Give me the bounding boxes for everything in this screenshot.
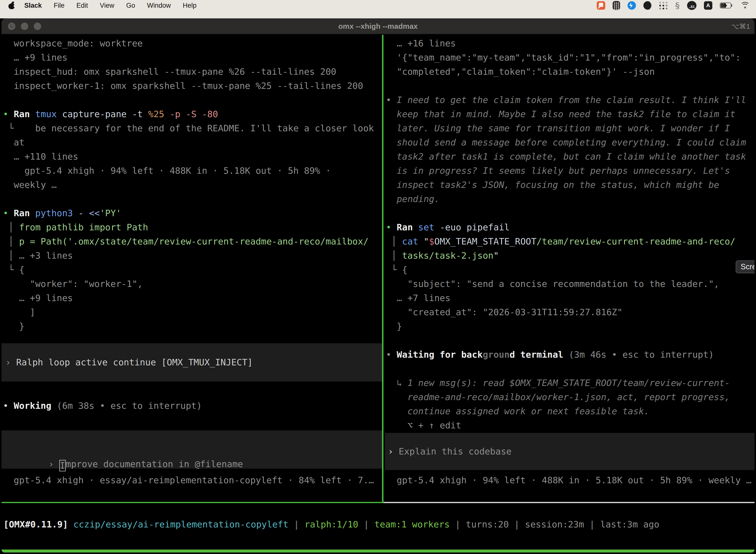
menu-bar: Slack File Edit View Go Window Help § ..… bbox=[0, 0, 756, 11]
menu-item-app[interactable]: Slack bbox=[18, 0, 48, 11]
ralph-loop-text: › Ralph loop active continue [OMX_TMUX_I… bbox=[5, 355, 386, 369]
screenshot-overlay-button[interactable]: Scre bbox=[736, 260, 755, 273]
omx-session-status: [OMX#0.11.9] cczip/essay/ai-reimplementa… bbox=[3, 517, 659, 532]
menu-item-edit[interactable]: Edit bbox=[70, 0, 94, 11]
terminal-output-left: workspace_mode: worktree … +9 lines insp… bbox=[3, 36, 374, 333]
desktop-background-strip bbox=[0, 11, 756, 18]
menu-item-go[interactable]: Go bbox=[120, 0, 141, 11]
working-status-left: • Working (6m 38s • esc to interrupt) bbox=[3, 399, 202, 413]
tmux-session-name[interactable]: [omx-cczip0:bash* bbox=[1, 550, 95, 553]
moon-icon[interactable] bbox=[643, 1, 652, 10]
model-status-right: gpt-5.4 xhigh · 94% left · 488K in · 5.1… bbox=[386, 473, 752, 487]
input-source-icon[interactable]: A bbox=[704, 1, 712, 10]
prompt-input-left[interactable]: › Improve documentation in @filename bbox=[1, 430, 382, 468]
window-title-bar[interactable]: omx --xhigh --madmax ⌥⌘1 bbox=[1, 18, 755, 34]
inactive-pane-border bbox=[383, 502, 755, 503]
screen-record-icon[interactable] bbox=[597, 1, 605, 10]
keypad-icon[interactable] bbox=[613, 1, 620, 10]
battery-icon[interactable] bbox=[720, 2, 733, 8]
grid-dots-icon[interactable] bbox=[659, 2, 668, 9]
apple-menu-icon[interactable] bbox=[8, 2, 15, 9]
terminal-content: workspace_mode: worktree … +9 lines insp… bbox=[1, 35, 755, 553]
screenshot-overlay-label: Scre bbox=[741, 262, 755, 271]
prompt-placeholder-right: › Explain this codebase bbox=[388, 444, 755, 458]
tmux-status-bar: [omx-cczip0:bash* "MacBook-Pro-44.local"… bbox=[1, 550, 755, 553]
menu-item-file[interactable]: File bbox=[48, 0, 71, 11]
ralph-loop-banner: › Ralph loop active continue [OMX_TMUX_I… bbox=[1, 343, 382, 382]
network-badge-icon[interactable]: ..61 bbox=[687, 1, 696, 10]
tmux-host-clock: "MacBook-Pro-44.local" 05:03 31-Mar-26 bbox=[548, 550, 755, 553]
prompt-input-right[interactable]: › Explain this codebase bbox=[385, 433, 755, 470]
text-cursor: I bbox=[59, 460, 66, 472]
window-title: omx --xhigh --madmax bbox=[1, 18, 755, 34]
shortcuts-icon[interactable]: § bbox=[675, 0, 680, 10]
window-shortcut-hint: ⌥⌘1 bbox=[731, 18, 750, 34]
model-status-left: gpt-5.4 xhigh · essay/ai-reimplementatio… bbox=[3, 473, 374, 487]
messenger-icon[interactable] bbox=[628, 1, 636, 10]
menu-item-help[interactable]: Help bbox=[177, 0, 203, 11]
prompt-chevron: › bbox=[48, 459, 59, 469]
terminal-output-right: … +16 lines '{"team_name":"my-team","tas… bbox=[386, 36, 746, 432]
menu-item-window[interactable]: Window bbox=[141, 0, 177, 11]
menu-item-view[interactable]: View bbox=[94, 0, 120, 11]
active-pane-border bbox=[1, 502, 383, 503]
prompt-placeholder-left: mprove documentation in @filename bbox=[66, 459, 243, 469]
terminal-window: omx --xhigh --madmax ⌥⌘1 workspace_mode:… bbox=[1, 18, 755, 553]
pane-divider[interactable] bbox=[382, 35, 383, 502]
wifi-icon[interactable] bbox=[740, 2, 750, 9]
